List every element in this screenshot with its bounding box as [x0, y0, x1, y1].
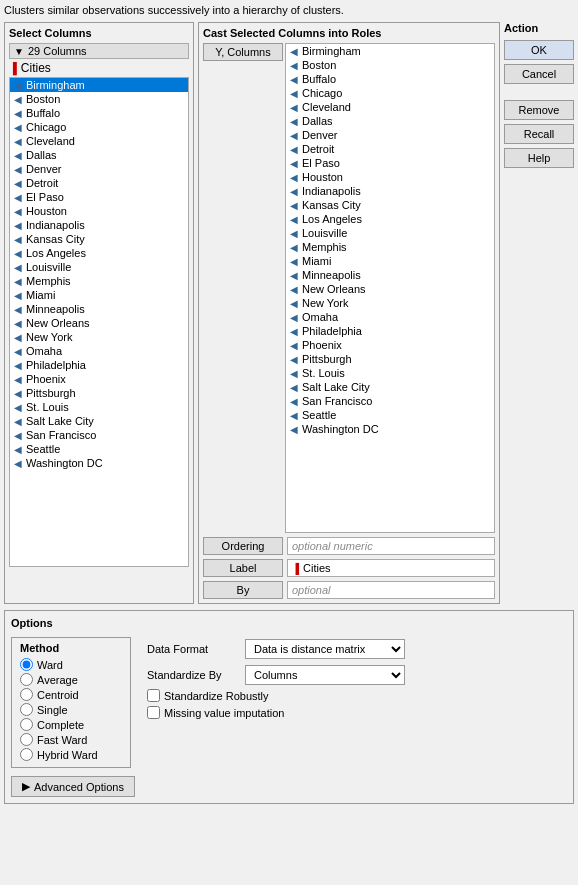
list-item[interactable]: ◀Salt Lake City — [10, 414, 188, 428]
list-item[interactable]: ◀Philadelphia — [10, 358, 188, 372]
cancel-button[interactable]: Cancel — [504, 64, 574, 84]
list-item[interactable]: ◀New York — [10, 330, 188, 344]
arrow-icon: ◀ — [14, 94, 22, 105]
list-item[interactable]: ◀Louisville — [286, 226, 494, 240]
arrow-icon: ◀ — [14, 108, 22, 119]
standardize-robustly-checkbox[interactable] — [147, 689, 160, 702]
list-item[interactable]: ◀Dallas — [286, 114, 494, 128]
list-item[interactable]: ◀Birmingham — [286, 44, 494, 58]
list-item[interactable]: ◀Denver — [286, 128, 494, 142]
list-item[interactable]: ◀Miami — [286, 254, 494, 268]
label-btn[interactable]: Label — [203, 559, 283, 577]
list-item[interactable]: ◀Los Angeles — [10, 246, 188, 260]
list-item[interactable]: ◀Houston — [10, 204, 188, 218]
list-item[interactable]: ◀Omaha — [286, 310, 494, 324]
list-item[interactable]: ◀Memphis — [286, 240, 494, 254]
list-item[interactable]: ◀Miami — [10, 288, 188, 302]
ok-button[interactable]: OK — [504, 40, 574, 60]
list-item[interactable]: ◀Seattle — [286, 408, 494, 422]
method-radio[interactable] — [20, 718, 33, 731]
method-radio[interactable] — [20, 733, 33, 746]
label-bar-icon: ▐ — [292, 563, 299, 574]
method-radio[interactable] — [20, 658, 33, 671]
arrow-icon: ◀ — [14, 136, 22, 147]
list-item[interactable]: ◀Washington DC — [10, 456, 188, 470]
list-item[interactable]: ◀St. Louis — [10, 400, 188, 414]
list-item[interactable]: ◀San Francisco — [286, 394, 494, 408]
arrow-icon: ◀ — [290, 172, 298, 183]
list-item[interactable]: ◀Cleveland — [10, 134, 188, 148]
radio-item: Single — [20, 703, 122, 716]
advanced-options-label: Advanced Options — [34, 781, 124, 793]
list-item[interactable]: ◀Memphis — [10, 274, 188, 288]
list-item[interactable]: ◀Kansas City — [286, 198, 494, 212]
list-item[interactable]: ◀San Francisco — [10, 428, 188, 442]
list-item[interactable]: ◀Boston — [10, 92, 188, 106]
list-item[interactable]: ◀El Paso — [10, 190, 188, 204]
list-item[interactable]: ◀Minneapolis — [10, 302, 188, 316]
method-title: Method — [20, 642, 122, 654]
list-item[interactable]: ◀Denver — [10, 162, 188, 176]
by-btn[interactable]: By — [203, 581, 283, 599]
remove-button[interactable]: Remove — [504, 100, 574, 120]
list-item[interactable]: ◀St. Louis — [286, 366, 494, 380]
method-radio[interactable] — [20, 748, 33, 761]
list-item[interactable]: ◀Cleveland — [286, 100, 494, 114]
list-item[interactable]: ◀Pittsburgh — [10, 386, 188, 400]
list-item[interactable]: ◀Indianapolis — [10, 218, 188, 232]
ordering-btn[interactable]: Ordering — [203, 537, 283, 555]
list-item[interactable]: ◀Birmingham — [10, 78, 188, 92]
list-item[interactable]: ◀Houston — [286, 170, 494, 184]
list-item[interactable]: ◀Detroit — [10, 176, 188, 190]
standardize-by-select[interactable]: Columns — [245, 665, 405, 685]
list-item[interactable]: ◀Buffalo — [10, 106, 188, 120]
missing-value-checkbox[interactable] — [147, 706, 160, 719]
recall-button[interactable]: Recall — [504, 124, 574, 144]
help-button[interactable]: Help — [504, 148, 574, 168]
list-item[interactable]: ◀Louisville — [10, 260, 188, 274]
list-item[interactable]: ◀Seattle — [10, 442, 188, 456]
radio-item: Hybrid Ward — [20, 748, 122, 761]
cities-label: Cities — [21, 61, 51, 75]
list-item[interactable]: ◀Omaha — [10, 344, 188, 358]
list-item[interactable]: ◀Philadelphia — [286, 324, 494, 338]
y-columns-btn[interactable]: Y, Columns — [203, 43, 283, 61]
arrow-icon: ◀ — [14, 150, 22, 161]
arrow-icon: ◀ — [290, 270, 298, 281]
list-item[interactable]: ◀Phoenix — [286, 338, 494, 352]
data-format-select[interactable]: Data is distance matrix — [245, 639, 405, 659]
list-item[interactable]: ◀New Orleans — [10, 316, 188, 330]
list-item[interactable]: ◀Chicago — [10, 120, 188, 134]
list-item[interactable]: ◀Chicago — [286, 86, 494, 100]
arrow-icon: ◀ — [290, 74, 298, 85]
list-item[interactable]: ◀Los Angeles — [286, 212, 494, 226]
method-radio[interactable] — [20, 703, 33, 716]
list-item[interactable]: ◀New York — [286, 296, 494, 310]
method-radio[interactable] — [20, 688, 33, 701]
list-item[interactable]: ◀Salt Lake City — [286, 380, 494, 394]
list-item[interactable]: ◀New Orleans — [286, 282, 494, 296]
list-item[interactable]: ◀Pittsburgh — [286, 352, 494, 366]
list-item[interactable]: ◀Washington DC — [286, 422, 494, 436]
arrow-icon: ◀ — [290, 256, 298, 267]
list-item[interactable]: ◀Boston — [286, 58, 494, 72]
missing-value-label: Missing value imputation — [164, 707, 284, 719]
list-item[interactable]: ◀Detroit — [286, 142, 494, 156]
by-input[interactable]: optional — [287, 581, 495, 599]
list-item[interactable]: ◀Kansas City — [10, 232, 188, 246]
list-item[interactable]: ◀El Paso — [286, 156, 494, 170]
method-radio[interactable] — [20, 673, 33, 686]
list-item[interactable]: ◀Minneapolis — [286, 268, 494, 282]
advanced-options-button[interactable]: ▶ Advanced Options — [11, 776, 135, 797]
ordering-input[interactable]: optional numeric — [287, 537, 495, 555]
columns-header[interactable]: ▼ 29 Columns — [9, 43, 189, 59]
arrow-icon: ◀ — [14, 122, 22, 133]
arrow-icon: ◀ — [290, 186, 298, 197]
arrow-icon: ◀ — [290, 60, 298, 71]
list-item[interactable]: ◀Phoenix — [10, 372, 188, 386]
list-item[interactable]: ◀Dallas — [10, 148, 188, 162]
arrow-icon: ◀ — [14, 164, 22, 175]
list-item[interactable]: ◀Buffalo — [286, 72, 494, 86]
arrow-icon: ◀ — [14, 402, 22, 413]
list-item[interactable]: ◀Indianapolis — [286, 184, 494, 198]
